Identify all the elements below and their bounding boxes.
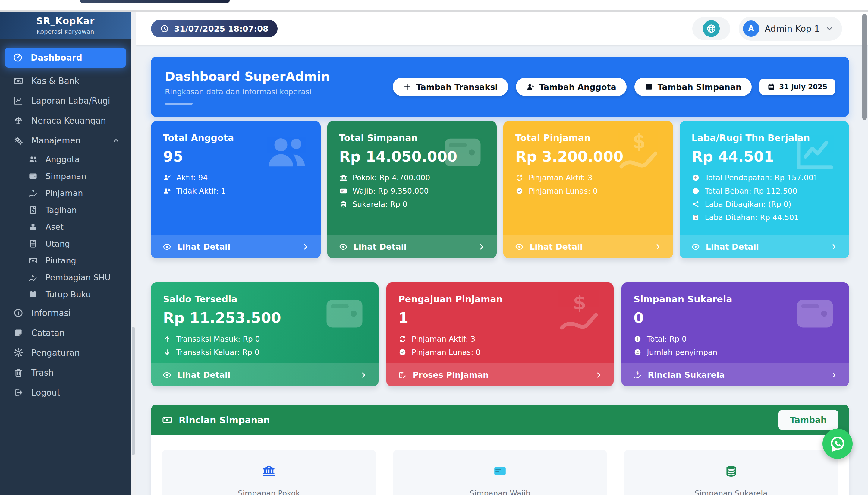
card-stat-text: Laba Ditahan: Rp 44.501: [705, 213, 799, 222]
whatsapp-button[interactable]: [822, 429, 853, 459]
sidebar-item-manajemen[interactable]: Manajemen: [5, 132, 125, 149]
card-stat-line: Aktif: 94: [163, 173, 309, 182]
sidebar-item-logout[interactable]: Logout: [5, 384, 125, 401]
file-dollar-icon: $: [28, 205, 38, 215]
sidebar-item-pengaturan[interactable]: Pengaturan: [5, 344, 125, 361]
lihat-detail-button[interactable]: Lihat Detail: [503, 235, 673, 258]
user-name: Admin Kop 1: [765, 23, 820, 34]
lihat-detail-button[interactable]: Lihat Detail: [327, 235, 497, 258]
sidebar-item-kas-bank[interactable]: Kas & Bank: [5, 72, 125, 89]
sidebar-item-simpanan[interactable]: Simpanan: [5, 169, 125, 183]
chart-line-icon: [13, 96, 23, 106]
rincian-sukarela-button[interactable]: $Rincian Sukarela: [622, 363, 849, 387]
card-pengajuan-pinjaman: $Pengajuan Pinjaman1Pinjaman Aktif: 3Pin…: [386, 283, 614, 387]
scales-icon: [13, 116, 23, 126]
sidebar-item-dashboard[interactable]: Dashboard: [5, 48, 126, 68]
section-title-text: Rincian Simpanan: [179, 415, 270, 425]
lihat-detail-button[interactable]: Lihat Detail: [151, 235, 321, 258]
card-stat-line: Jumlah penyimpan: [633, 348, 837, 357]
banner-text: Dashboard SuperAdmin Ringkasan data dan …: [165, 69, 330, 105]
money-bill-icon: [13, 76, 23, 86]
card-lines: Total: Rp 0Jumlah penyimpan: [633, 335, 837, 357]
sidebar-item-trash[interactable]: Trash: [5, 364, 125, 381]
tambah-transaksi-button[interactable]: Tambah Transaksi: [393, 78, 508, 96]
card-stat-line: Transaksi Keluar: Rp 0: [163, 348, 366, 357]
card-stat-line: Pinjaman Aktif: 3: [398, 335, 602, 343]
language-button[interactable]: [692, 17, 730, 40]
date-button-label: 31 July 2025: [779, 83, 827, 91]
card-stat-text: Tidak Aktif: 1: [176, 187, 226, 195]
file-pen-icon: [398, 371, 407, 379]
user-menu[interactable]: A Admin Kop 1: [739, 17, 842, 41]
card-footer-label: Lihat Detail: [353, 242, 407, 252]
tambah-button[interactable]: Tambah: [779, 410, 838, 430]
card-stat-text: Pokok: Rp 4.700.000: [353, 173, 430, 182]
lihat-detail-button[interactable]: Lihat Detail: [151, 363, 379, 387]
sidebar-item-aset[interactable]: Aset: [5, 220, 125, 234]
card-stat-text: Pinjaman Lunas: 0: [412, 348, 481, 357]
card-laba-rugi-thn-berjalan: Laba/Rugi Thn BerjalanRp 44.501Total Pen…: [680, 121, 849, 258]
sidebar-item-label: Neraca Keuangan: [31, 116, 106, 126]
card-stat-text: Laba Dibagikan: (Rp 0): [705, 200, 792, 209]
card-title: Pengajuan Pinjaman: [398, 294, 602, 305]
card-stat-text: Pinjaman Aktif: 3: [412, 335, 475, 343]
mini-card-simpanan-sukarela: Simpanan SukarelaRp 0: [624, 450, 838, 495]
sidebar-item-pinjaman[interactable]: $Pinjaman: [5, 186, 125, 200]
app-subtitle: Koperasi Karyawan: [37, 28, 94, 35]
date-button[interactable]: 31 July 2025: [760, 79, 835, 95]
mini-card-label: Simpanan Wajib: [470, 489, 531, 495]
sidebar-item-label: Kas & Bank: [31, 76, 80, 86]
sidebar-item-catatan[interactable]: Catatan: [5, 324, 125, 341]
card-body: Total PinjamanRp 3.200.000Pinjaman Aktif…: [503, 121, 673, 195]
card-lines: Transaksi Masuk: Rp 0Transaksi Keluar: R…: [163, 335, 366, 357]
main-scrollbar-thumb[interactable]: [862, 14, 867, 120]
sidebar-item-label: Laporan Laba/Rugi: [31, 96, 110, 106]
hand-dollar-icon: $: [28, 188, 38, 198]
dashboard-banner: Dashboard SuperAdmin Ringkasan data dan …: [151, 57, 849, 117]
sidebar-item-label: Utang: [46, 239, 70, 249]
tambah-simpanan-button[interactable]: Tambah Simpanan: [635, 78, 752, 96]
card-body: Total SimpananRp 14.050.000Pokok: Rp 4.7…: [327, 121, 497, 209]
sidebar-item-anggota[interactable]: Anggota: [5, 152, 125, 166]
sidebar-item-label: Logout: [31, 388, 60, 398]
banner-underline: [165, 103, 193, 105]
tambah-anggota-button[interactable]: Tambah Anggota: [516, 78, 627, 96]
card-title: Laba/Rugi Thn Berjalan: [692, 133, 837, 143]
sidebar-item-informasi[interactable]: Informasi: [5, 305, 125, 321]
card-stat-line: Transaksi Masuk: Rp 0: [163, 335, 366, 343]
logout-icon: [13, 387, 23, 398]
gear-icon: [13, 347, 23, 358]
sidebar-item-pembagian-shu[interactable]: $Pembagian SHU: [5, 270, 125, 285]
coins-icon: [340, 200, 347, 208]
sidebar-item-utang[interactable]: Utang: [5, 236, 125, 251]
card-value: 0: [633, 309, 837, 326]
sidebar-item-tutup-buku[interactable]: Tutup Buku: [5, 287, 125, 302]
card-stat-line: Total Beban: Rp 112.500: [692, 187, 837, 195]
sidebar-item-piutang[interactable]: Piutang: [5, 253, 125, 268]
sidebar-item-tagihan[interactable]: $Tagihan: [5, 203, 125, 217]
section-title: Rincian Simpanan: [162, 414, 270, 425]
card-stat-line: Pinjaman Lunas: 0: [515, 187, 661, 195]
user-x-icon: [163, 187, 171, 195]
card-lines: Aktif: 94Tidak Aktif: 1: [163, 173, 309, 195]
sidebar-item-label: Pengaturan: [31, 348, 80, 358]
sidebar-item-neraca-keuangan[interactable]: Neraca Keuangan: [5, 112, 125, 129]
rincian-simpanan-section: Rincian Simpanan Tambah Simpanan PokokRp…: [151, 405, 849, 495]
card-lines: Pokok: Rp 4.700.000Wajib: Rp 9.350.000Su…: [340, 173, 485, 209]
wallet-icon: [28, 172, 38, 181]
card-stat-text: Pinjaman Lunas: 0: [528, 187, 598, 195]
sidebar-item-label: Pembagian SHU: [46, 273, 110, 282]
globe-icon: [706, 23, 716, 34]
sidebar-item-label: Dashboard: [31, 53, 82, 63]
app-title: SR_KopKar: [36, 15, 94, 26]
proses-pinjaman-button[interactable]: Proses Pinjaman: [386, 363, 614, 387]
card-stat-line: Wajib: Rp 9.350.000: [340, 187, 485, 195]
chevron-down-icon: [825, 24, 834, 33]
sidebar-nav: DashboardKas & BankLaporan Laba/RugiNera…: [0, 39, 131, 495]
sidebar-item-label: Piutang: [46, 256, 76, 265]
sidebar-scrollbar-thumb[interactable]: [132, 327, 135, 455]
lihat-detail-button[interactable]: Lihat Detail: [680, 235, 849, 258]
content: Dashboard SuperAdmin Ringkasan data dan …: [136, 45, 868, 495]
wallet-icon: [645, 83, 653, 91]
sidebar-item-laporan-laba-rugi[interactable]: Laporan Laba/Rugi: [5, 92, 125, 109]
